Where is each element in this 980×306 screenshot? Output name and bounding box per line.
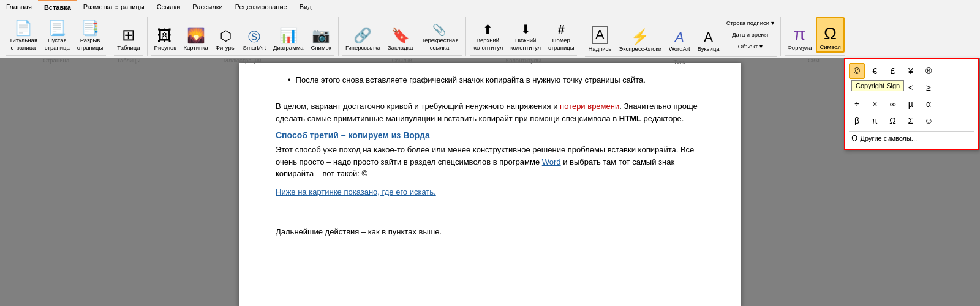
headers-buttons: ⬆ Верхнийколонтитул ⬇ Нижнийколонтитул #… (470, 17, 578, 55)
group-tables: ⊞ Таблица Таблицы (110, 17, 147, 56)
object-btn[interactable]: Объект ▾ (724, 40, 777, 51)
symbol-greater-equal[interactable]: ≥ (921, 80, 937, 95)
symbol-pound[interactable]: £ (885, 63, 901, 79)
symbol-dropdown: © € £ ¥ ® ™ † ≠ < ≥ ÷ × ∞ µ α β π Ω (844, 58, 979, 150)
paragraph4: Дальнейшие действия – как в пунктах выше… (276, 226, 704, 238)
symbol-less-than[interactable]: < (903, 80, 919, 95)
symbol-btn[interactable]: Ω Символ (816, 17, 844, 53)
symbol-icon: Ω (824, 24, 837, 43)
group-pages: 📄 Титульнаястраница 📃 Пустаястраница 📑 Р… (2, 17, 110, 56)
bookmark-btn[interactable]: 🔖 Закладка (385, 17, 416, 53)
page-number-label: Номерстраницы (548, 37, 575, 51)
screenshot-label: Снимок (311, 44, 331, 51)
symbol-sigma[interactable]: Σ (903, 113, 919, 129)
tab-page-layout[interactable]: Разметка страницы (77, 0, 151, 13)
page-number-btn[interactable]: # Номерстраницы (545, 17, 578, 53)
page-break-icon: 📑 (81, 21, 99, 35)
tables-group-label: Таблицы (114, 55, 143, 65)
blank-page-btn[interactable]: 📃 Пустаястраница (42, 17, 73, 53)
shapes-btn[interactable]: ⬡ Фигуры (213, 17, 239, 53)
textbox-label: Надпись (588, 45, 611, 52)
signature-line-label: Строка подписи ▾ (726, 20, 774, 26)
tab-home[interactable]: Главная (0, 0, 38, 13)
symbol-euro[interactable]: € (867, 63, 883, 79)
wordart-btn[interactable]: A WordArt (666, 18, 693, 54)
title-page-label: Титульнаястраница (9, 37, 37, 51)
formula-btn[interactable]: π Формула (785, 17, 815, 53)
smartart-label: SmartArt (243, 44, 266, 51)
date-time-btn[interactable]: Дата и время (724, 29, 777, 40)
date-time-label: Дата и время (732, 31, 768, 38)
headers-group-label: Колонтитулы (470, 55, 578, 65)
symbol-empty5 (938, 96, 954, 112)
crossref-btn[interactable]: 📎 Перекрестнаяссылка (417, 17, 461, 53)
formula-label: Формула (788, 44, 812, 51)
blank-page-icon: 📃 (48, 21, 66, 35)
highlight-text: потери времени (560, 102, 619, 111)
crossref-icon: 📎 (432, 24, 446, 35)
clipart-icon: 🌄 (187, 28, 205, 43)
more-symbols-btn[interactable]: Ω Другие символы... (849, 131, 974, 145)
textbox-btn[interactable]: A Надпись (585, 18, 614, 54)
symbol-beta[interactable]: β (849, 113, 865, 129)
table-icon: ⊞ (122, 27, 135, 43)
symbol-smiley[interactable]: ☺ (921, 113, 937, 129)
footer-btn[interactable]: ⬇ Нижнийколонтитул (507, 17, 544, 53)
blank-page-label: Пустаястраница (45, 37, 70, 51)
formula-icon: π (794, 24, 805, 44)
smartart-icon: Ⓢ (248, 31, 260, 43)
word-link: Word (542, 157, 561, 166)
symbol-grid: © € £ ¥ ® ™ † ≠ < ≥ ÷ × ∞ µ α β π Ω (849, 63, 974, 129)
symbol-infinity[interactable]: ∞ (885, 96, 901, 112)
dropcap-label: Буквица (698, 45, 720, 52)
symbol-division[interactable]: ÷ (849, 96, 865, 112)
textbox-icon: A (592, 26, 608, 44)
bookmark-label: Закладка (388, 44, 413, 51)
title-page-icon: 📄 (14, 21, 32, 35)
tab-references[interactable]: Ссылки (151, 0, 187, 13)
header-icon: ⬆ (483, 23, 493, 35)
section-heading: Способ третий – копируем из Ворда (276, 130, 704, 140)
pages-group-label: Страница (6, 55, 106, 65)
tab-view[interactable]: Вид (293, 0, 318, 13)
symbols-buttons: π Формула Ω Символ (785, 17, 845, 55)
dropcap-btn[interactable]: A Буквица (695, 18, 723, 54)
screenshot-btn[interactable]: 📷 Снимок (308, 17, 334, 53)
signature-line-btn[interactable]: Строка подписи ▾ (724, 17, 777, 28)
wordart-label: WordArt (669, 45, 690, 52)
chart-icon: 📊 (279, 28, 298, 43)
symbol-label: Символ (820, 43, 840, 50)
tab-mailings[interactable]: Рассылки (186, 0, 228, 13)
symbol-copyright[interactable]: © (849, 63, 865, 79)
main-content: После этого снова вставляете графический… (0, 58, 980, 306)
header-btn[interactable]: ⬆ Верхнийколонтитул (470, 17, 507, 53)
symbol-pi[interactable]: π (867, 113, 883, 129)
symbol-yen[interactable]: ¥ (903, 63, 919, 79)
page-break-btn[interactable]: 📑 Разрывстраницы (74, 17, 107, 53)
chart-btn[interactable]: 📊 Диаграмма (270, 17, 306, 53)
tab-review[interactable]: Рецензирование (229, 0, 293, 13)
smartart-btn[interactable]: Ⓢ SmartArt (240, 17, 269, 53)
hyperlink-icon: 🔗 (353, 28, 372, 43)
symbol-omega[interactable]: Ω (885, 113, 901, 129)
picture-btn[interactable]: 🖼 Рисунок (151, 17, 179, 53)
symbol-alpha[interactable]: α (921, 96, 937, 112)
symbol-multiply[interactable]: × (867, 96, 883, 112)
shapes-label: Фигуры (216, 44, 236, 51)
text-small-buttons: Строка подписи ▾ Дата и время Объект ▾ (724, 17, 777, 54)
title-page-btn[interactable]: 📄 Титульнаястраница (6, 17, 40, 53)
group-headers: ⬆ Верхнийколонтитул ⬇ Нижнийколонтитул #… (466, 17, 582, 56)
table-btn[interactable]: ⊞ Таблица (114, 17, 143, 53)
symbol-registered[interactable]: ® (921, 63, 937, 79)
illustrations-buttons: 🖼 Рисунок 🌄 Картинка ⬡ Фигуры Ⓢ SmartArt… (151, 17, 334, 55)
symbol-micro[interactable]: µ (903, 96, 919, 112)
header-label: Верхнийколонтитул (473, 37, 503, 51)
group-text: A Надпись ⚡ Экспресс-блоки A WordArt A Б… (581, 17, 780, 56)
symbols-group-label: Сим. (785, 55, 845, 65)
clipart-btn[interactable]: 🌄 Картинка (180, 17, 211, 53)
quick-parts-btn[interactable]: ⚡ Экспресс-блоки (616, 18, 665, 54)
links-group-label: Ссылки (342, 55, 462, 65)
tab-insert[interactable]: Вставка (38, 0, 77, 13)
hyperlink-btn[interactable]: 🔗 Гиперссылка (342, 17, 383, 53)
symbol-empty3 (938, 80, 954, 95)
